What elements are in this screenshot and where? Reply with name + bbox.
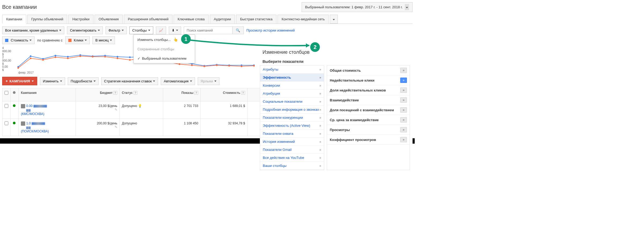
search-input[interactable] [184,27,232,34]
filter-dropdown[interactable]: Фильтр [106,26,127,34]
category-item[interactable]: Подробная информация о звонках» [260,106,324,114]
bid-strategy-dropdown[interactable]: Стратегия назначения ставок [101,77,158,85]
segment-dropdown[interactable]: Сегментировать [67,26,103,34]
columns-dropdown[interactable]: Столбцы [129,26,153,34]
caret-down-icon [85,40,87,41]
category-label: Социальные показатели [263,99,302,104]
chevron-right-icon: » [319,76,321,79]
labels-dropdown[interactable]: Ярлыки [198,77,219,85]
legend-color-1 [5,39,8,42]
category-item[interactable]: Конверсии» [260,82,324,90]
category-item[interactable]: Атрибуция» [260,90,324,98]
menu-item-selected-by-user[interactable]: ✓ Выбранный пользователем [134,54,195,63]
panel-subtitle: Выберите показатели [260,58,413,65]
tab-adgroups[interactable]: Группы объявлений [27,15,67,24]
search-button[interactable]: 🔍 [232,27,244,34]
details-dropdown[interactable]: Подробности [68,77,99,85]
new-campaign-button[interactable]: +КАМПАНИЯ [2,77,37,85]
tab-extensions[interactable]: Расширения объявлений [124,15,173,24]
campaign-subtitle: (ПОИСК/МОСКВА) [21,129,49,133]
date-range-text: Выбранный пользователем: 1 февр. 2017 г.… [305,5,403,9]
help-icon: ? [113,91,117,95]
category-label: История изменений [263,140,295,144]
svg-point-3 [55,55,56,56]
y-axis-label: 2 000,00 $ [2,56,11,65]
metric-label: Ср. цена за взаимодействие [330,118,379,122]
automation-dropdown[interactable]: Автоматизация [161,77,195,85]
campaign-name-link[interactable]: 0.00 [26,104,32,108]
download-icon: ⬇ [172,28,175,32]
select-all-checkbox[interactable] [5,91,8,95]
col-status[interactable]: Статус? [119,88,163,101]
details-label: Подробности [71,79,92,83]
add-metric-button[interactable]: » [400,68,407,73]
category-list: Атрибуты»Эффективность»Конверсии»Атрибуц… [260,65,324,144]
col-impressions[interactable]: Показы? [163,88,201,101]
tab-audiences[interactable]: Аудитории [210,15,235,24]
cell-status: Допущено 💡 [119,101,163,119]
row-checkbox[interactable] [5,104,8,108]
category-item[interactable]: Социальные показатели» [260,98,324,106]
history-link[interactable]: Просмотр истории изменений [246,28,295,32]
caret-down-icon [60,81,62,82]
col-cost[interactable]: Стоимость? [200,88,247,101]
col-campaign[interactable]: Кампания [19,88,76,101]
campaign-filter-dropdown[interactable]: Все кампании, кроме удаленных [2,26,64,34]
category-item[interactable]: История изменений» [260,138,324,144]
labels-label: Ярлыки [201,79,213,83]
add-metric-button[interactable]: » [400,87,407,93]
tab-more[interactable] [330,15,338,24]
metric2-selector[interactable]: Клики [65,36,90,44]
edit-icon[interactable]: ✎ [115,125,117,129]
add-metric-button[interactable]: » [400,78,407,83]
tab-display[interactable]: Контекстно-медийная сеть [278,15,329,24]
tab-settings[interactable]: Настройки [68,15,93,24]
edit-icon[interactable]: ✎ [115,108,117,112]
tab-ads[interactable]: Объявления [95,15,123,24]
edit-dropdown[interactable]: Изменить [40,77,65,85]
cell-cost: 32 934,78 $ [200,119,247,136]
row-checkbox[interactable] [5,121,8,125]
metric-label: Доля посещений с взаимодействием [330,108,394,112]
caret-down-icon [110,40,112,41]
add-metric-button[interactable]: » [400,97,407,103]
blurred-text [26,109,31,112]
category-item[interactable]: Показатели охвата» [260,130,324,138]
caret-down-icon [59,30,61,31]
caret-down-icon [153,81,155,82]
metric1-selector[interactable]: Стоимость [2,36,35,44]
annotation-badge-2: 2 [310,42,320,52]
col-budget[interactable]: Бюджет? [76,88,119,101]
metric-label: Доля недействительных кликов [330,88,386,92]
period-selector[interactable]: В месяц [92,36,115,44]
columns-label: Столбцы [132,28,147,32]
annotation-badge-1: 1 [181,34,191,44]
cell-budget: 23,00 $/день✎ [76,101,119,119]
menu-item-saved-columns: Сохраненные столбцы [134,44,195,54]
category-item[interactable]: Эффективность» [260,74,324,82]
add-metric-button[interactable]: » [400,117,407,122]
chart-toggle-button[interactable]: 📈 [156,26,166,34]
edit-label: Изменить [43,79,59,83]
campaign-name-link[interactable]: 1.0 [26,121,31,125]
tab-quickstats[interactable]: Быстрая статистика [236,15,276,24]
plus-icon: + [6,79,8,83]
add-metric-button[interactable]: » [400,127,407,132]
add-metric-button[interactable]: » [400,137,407,142]
category-label: Подробная информация о звонках [263,108,319,112]
tab-campaigns[interactable]: Кампании [2,15,26,24]
status-dot-icon [13,104,16,107]
category-item[interactable]: Эффективность (Active View)» [260,122,324,130]
category-item[interactable]: Показатели конкуренции» [260,114,324,122]
metric-item: Доля посещений с взаимодействием» [327,105,410,115]
download-button[interactable]: ⬇ [169,26,181,34]
category-item[interactable]: Атрибуты» [260,66,324,74]
check-icon: ✓ [137,56,140,60]
svg-point-33 [179,63,180,65]
cell-cost: 1 689,01 $ [200,101,247,119]
add-metric-button[interactable]: » [400,107,407,113]
tab-keywords[interactable]: Ключевые слова [174,15,209,24]
date-range-selector[interactable]: Выбранный пользователем: 1 февр. 2017 г.… [302,2,413,12]
svg-point-8 [117,56,118,58]
blurred-text [26,127,31,129]
